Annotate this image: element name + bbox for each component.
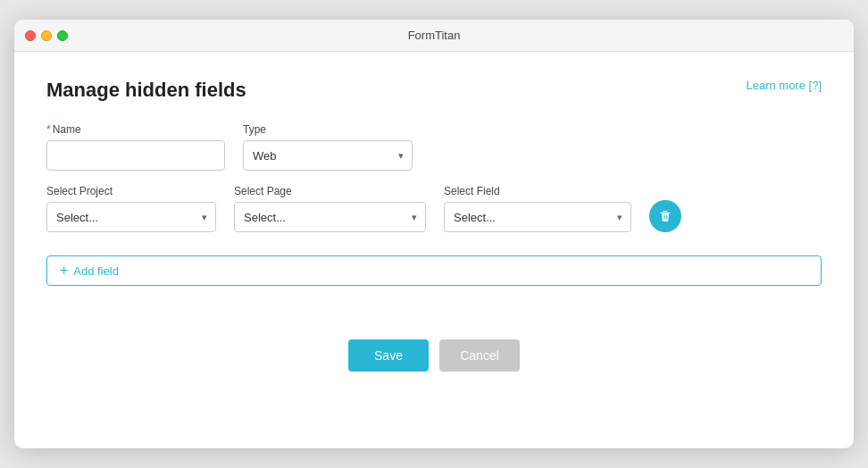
minimize-button[interactable] xyxy=(41,30,52,41)
close-button[interactable] xyxy=(25,30,36,41)
select-field-label: Select Field xyxy=(444,185,631,197)
field-select-wrapper: Select... ▾ xyxy=(444,202,631,232)
name-field-group: *Name xyxy=(46,123,225,171)
cancel-button[interactable]: Cancel xyxy=(439,339,520,372)
type-select-wrapper: Web Mobile Desktop ▾ xyxy=(243,140,413,171)
type-label: Type xyxy=(243,123,413,136)
type-select[interactable]: Web Mobile Desktop xyxy=(243,140,413,171)
select-project-group: Select Project Select... ▾ xyxy=(46,185,216,232)
select-page-label: Select Page xyxy=(234,185,426,197)
row-name-type: *Name Type Web Mobile Desktop ▾ xyxy=(46,123,822,171)
form-section: *Name Type Web Mobile Desktop ▾ xyxy=(46,123,822,286)
select-page-group: Select Page Select... ▾ xyxy=(234,185,426,232)
header-row: Manage hidden fields Learn more [?] xyxy=(46,79,822,102)
app-window: FormTitan Manage hidden fields Learn mor… xyxy=(14,20,854,448)
delete-field-button[interactable] xyxy=(649,200,681,232)
trash-icon xyxy=(658,209,672,223)
page-select-wrapper: Select... ▾ xyxy=(234,202,426,232)
main-content: Manage hidden fields Learn more [?] *Nam… xyxy=(14,52,854,448)
traffic-lights xyxy=(25,30,68,41)
save-button[interactable]: Save xyxy=(348,339,429,372)
learn-more-link[interactable]: Learn more [?] xyxy=(746,79,822,92)
name-label: *Name xyxy=(46,123,225,136)
titlebar: FormTitan xyxy=(14,20,854,52)
project-select-wrapper: Select... ▾ xyxy=(46,202,216,232)
name-input[interactable] xyxy=(46,140,225,171)
select-project-label: Select Project xyxy=(46,185,216,197)
select-field-group: Select Field Select... ▾ xyxy=(444,185,631,232)
row-selects: Select Project Select... ▾ Select Page S… xyxy=(46,185,822,232)
footer-buttons: Save Cancel xyxy=(46,339,822,372)
add-field-button[interactable]: + Add field xyxy=(46,255,822,286)
page-select[interactable]: Select... xyxy=(234,202,426,232)
plus-icon: + xyxy=(60,263,68,278)
add-field-label: Add field xyxy=(73,264,119,278)
type-field-group: Type Web Mobile Desktop ▾ xyxy=(243,123,413,171)
project-select[interactable]: Select... xyxy=(46,202,216,232)
required-indicator: * xyxy=(46,123,51,136)
window-title: FormTitan xyxy=(408,29,461,42)
maximize-button[interactable] xyxy=(57,30,68,41)
page-title: Manage hidden fields xyxy=(46,79,246,102)
field-select[interactable]: Select... xyxy=(444,202,631,232)
